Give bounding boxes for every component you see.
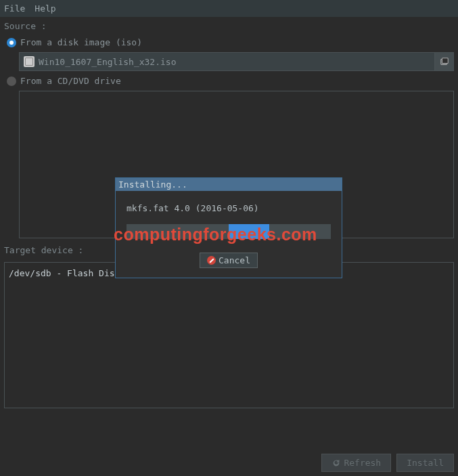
dialog-title: Installing...: [116, 178, 342, 191]
radio-from-cd-label: From a CD/DVD drive: [20, 76, 121, 86]
svg-rect-1: [442, 58, 448, 64]
target-device-list[interactable]: /dev/sdb - Flash Disk -: [4, 262, 454, 408]
browse-button[interactable]: [434, 53, 453, 70]
menu-help[interactable]: Help: [35, 3, 55, 14]
menu-file[interactable]: File: [4, 3, 25, 14]
footer-buttons: Refresh Install: [321, 454, 454, 472]
cancel-button-label: Cancel: [219, 255, 250, 265]
menubar: File Help: [0, 0, 458, 17]
cancel-icon: [207, 256, 216, 265]
install-button-label: Install: [407, 458, 444, 468]
refresh-icon: [331, 458, 341, 468]
source-label: Source :: [0, 17, 458, 35]
dialog-status-text: mkfs.fat 4.0 (2016-05-06): [127, 203, 331, 213]
refresh-button[interactable]: Refresh: [321, 454, 391, 472]
iso-file-input[interactable]: Win10_1607_English_x32.iso: [19, 52, 454, 71]
open-folder-icon: [440, 57, 449, 66]
radio-from-iso-row[interactable]: From a disk image (iso): [0, 35, 458, 49]
refresh-button-label: Refresh: [344, 458, 381, 468]
cancel-button[interactable]: Cancel: [200, 253, 258, 268]
radio-from-cd[interactable]: [7, 77, 16, 86]
radio-from-cd-row[interactable]: From a CD/DVD drive: [0, 74, 458, 88]
disk-image-icon: [24, 56, 35, 67]
install-button[interactable]: Install: [396, 454, 454, 472]
iso-file-name: Win10_1607_English_x32.iso: [39, 57, 434, 67]
radio-from-iso-label: From a disk image (iso): [20, 37, 142, 47]
watermark-text: computingforgeeks.com: [114, 225, 317, 244]
radio-from-iso[interactable]: [7, 38, 16, 47]
